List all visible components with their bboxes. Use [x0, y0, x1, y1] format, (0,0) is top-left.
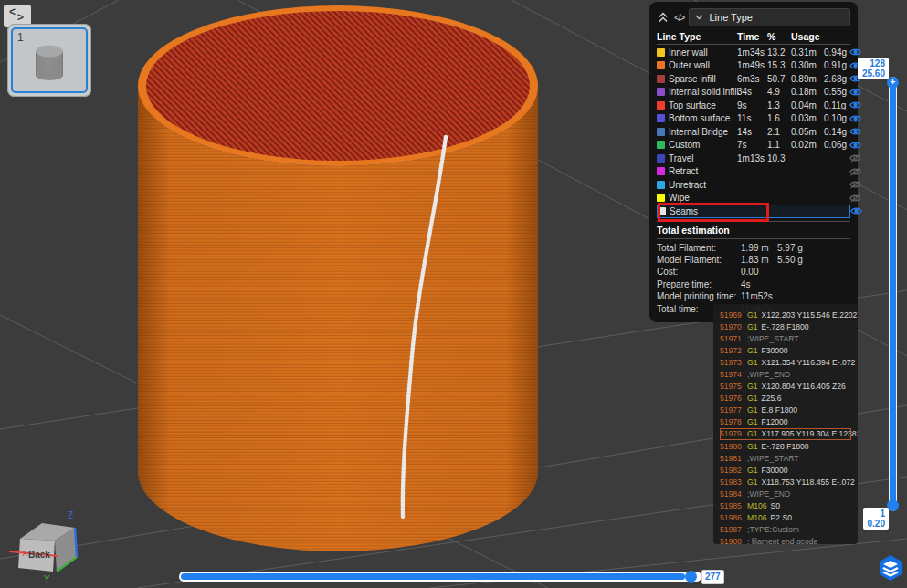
gcode-line[interactable]: 51982G1F30000 — [720, 464, 851, 476]
line-type-label: Custom — [669, 140, 737, 150]
chevron-down-icon — [695, 15, 703, 20]
eye-hidden-icon[interactable] — [849, 153, 861, 163]
eye-hidden-icon[interactable] — [849, 180, 861, 189]
legend-row-internal-bridge[interactable]: Internal Bridge14s2.10.05m0.14g — [657, 125, 850, 139]
eye-visible-icon[interactable] — [849, 206, 862, 215]
legend-row-retract[interactable]: Retract — [657, 165, 850, 179]
gcode-line[interactable]: 51980G1E-.728 F1800 — [720, 440, 851, 452]
move-slider-handle[interactable] — [685, 571, 697, 583]
orientation-gizmo-cube[interactable]: X Back Z Y — [7, 504, 90, 588]
gcode-line[interactable]: 51978G1F12000 — [720, 416, 851, 428]
collapse-panel-button[interactable] — [657, 11, 670, 24]
gcode-line-number: 51975 — [720, 382, 744, 391]
gcode-line[interactable]: 51970G1E-.728 F1800 — [720, 320, 851, 332]
gcode-line[interactable]: 51977G1E.8 F1800 — [720, 404, 851, 416]
gcode-window-toggle-button[interactable]: </> — [674, 13, 684, 23]
layer-slider-track[interactable] — [889, 77, 897, 511]
legend-row-wipe[interactable]: Wipe — [657, 192, 850, 205]
gcode-line[interactable]: 51976G1Z25.6 — [720, 393, 851, 404]
legend-row-travel[interactable]: Travel1m13s10.3 — [657, 152, 850, 165]
estimation-row: Prepare time:4s — [657, 278, 850, 290]
gcode-line[interactable]: 51988; filament end gcode — [720, 536, 851, 544]
preview-viewport[interactable]: < > 1 </> — [0, 0, 907, 588]
line-type-color-swatch — [657, 167, 665, 175]
length-value: 0.31m — [791, 47, 824, 58]
plus-icon: + — [891, 77, 896, 87]
length-value: 0.89m — [791, 74, 824, 84]
gcode-line[interactable]: 51974;WIPE_END — [720, 368, 851, 380]
legend-row-sparse-infill[interactable]: Sparse infill6m3s50.70.89m2.68g — [657, 72, 850, 86]
eye-hidden-icon[interactable] — [849, 194, 861, 203]
line-type-label: Inner wall — [669, 47, 737, 58]
gcode-viewer-panel[interactable]: 51969G1X122.203 Y115.546 E.2202751970G1E… — [713, 304, 858, 544]
eye-visible-icon[interactable] — [849, 47, 861, 57]
gcode-comment: ;WIPE_START — [747, 334, 799, 343]
gcode-args: E.8 F1800 — [761, 405, 797, 415]
bottom-layer-height: 0.20 — [867, 519, 885, 529]
line-type-label: Outer wall — [669, 60, 737, 70]
gcode-line-number: 51984 — [720, 489, 744, 499]
line-type-label: Bottom surface — [669, 113, 737, 123]
length-value: 0.04m — [791, 100, 824, 110]
gcode-line-number: 51983 — [720, 478, 744, 487]
gcode-line[interactable]: 51973G1X121.354 Y116.394 E-.072 — [720, 356, 851, 368]
line-type-color-swatch — [657, 114, 665, 122]
eye-visible-icon[interactable] — [849, 88, 861, 97]
gcode-line[interactable]: 51984;WIPE_END — [720, 488, 851, 499]
time-value: 14s — [737, 127, 767, 137]
estimation-label: Model Filament: — [657, 255, 741, 265]
gcode-line[interactable]: 51972G1F30000 — [720, 344, 851, 356]
gcode-args: X118.753 Y118.455 E-.072 — [761, 478, 854, 487]
legend-row-bottom-surface[interactable]: Bottom surface11s1.60.03m0.10g — [657, 112, 850, 126]
total-estimation-title: Total estimation — [657, 221, 850, 239]
estimation-value-1: 11m52s — [741, 291, 777, 301]
estimation-value-2: 5.97 g — [777, 243, 850, 253]
move-slider-value: 277 — [701, 570, 724, 584]
gcode-line-number: 51977 — [720, 405, 744, 415]
weight-value: 0.11g — [824, 100, 849, 110]
eye-visible-icon[interactable] — [849, 100, 861, 110]
preview-layers-button[interactable] — [876, 553, 905, 583]
estimation-row: Model printing time:11m52s — [657, 290, 850, 302]
gcode-command: G1 — [747, 322, 757, 331]
legend-row-internal-solid-infill[interactable]: Internal solid infill34s4.90.18m0.55g — [657, 86, 850, 100]
gcode-line[interactable]: 51987;TYPE:Custom — [720, 524, 851, 536]
time-value: 34s — [737, 87, 767, 97]
gcode-command: G1 — [747, 358, 757, 367]
line-type-label: Sparse infill — [669, 74, 737, 84]
legend-row-custom[interactable]: Custom7s1.10.02m0.06g — [657, 139, 850, 152]
move-slider-track[interactable] — [179, 572, 701, 582]
estimation-row: Model Filament:1.83 m5.50 g — [657, 254, 850, 266]
eye-hidden-icon[interactable] — [849, 167, 861, 176]
legend-row-inner-wall[interactable]: Inner wall1m34s13.20.31m0.94g — [657, 46, 850, 59]
line-type-color-swatch — [657, 88, 665, 96]
gcode-line-highlighted[interactable]: 51979G1X117.905 Y119.304 E.12382 — [720, 428, 851, 440]
gcode-command: G1 — [747, 417, 757, 426]
gcode-args: F30000 — [761, 466, 787, 475]
gcode-line[interactable]: 51981;WIPE_START — [720, 452, 851, 464]
legend-row-top-surface[interactable]: Top surface9s1.30.04m0.11g — [657, 99, 850, 112]
legend-row-seams[interactable]: Seams — [657, 205, 850, 218]
estimation-value-2: 5.50 g — [777, 255, 850, 265]
line-type-label: Seams — [670, 206, 738, 216]
gcode-line[interactable]: 51983G1X118.753 Y118.455 E-.072 — [720, 476, 851, 488]
gcode-line[interactable]: 51975G1X120.804 Y116.405 Z26 — [720, 381, 851, 393]
gcode-line[interactable]: 51969G1X122.203 Y115.546 E.22027 — [720, 309, 851, 320]
gcode-line[interactable]: 51971;WIPE_START — [720, 332, 851, 344]
gcode-args: X120.804 Y116.405 Z26 — [761, 382, 845, 391]
percent-value: 10.3 — [767, 153, 791, 163]
gcode-args: E-.728 F1800 — [761, 442, 808, 451]
gcode-model-cylinder[interactable] — [138, 5, 538, 551]
view-mode-dropdown[interactable]: Line Type — [689, 8, 850, 26]
layer-slider-top-handle[interactable]: + — [887, 77, 899, 89]
gcode-line[interactable]: 51986M106P2 S0 — [720, 512, 851, 524]
gcode-line[interactable]: 51985M106S0 — [720, 500, 851, 512]
eye-visible-icon[interactable] — [849, 114, 861, 123]
legend-row-outer-wall[interactable]: Outer wall1m49s15.30.30m0.91g — [657, 59, 850, 73]
eye-visible-icon[interactable] — [849, 127, 861, 136]
plate-1-thumbnail[interactable]: 1 — [7, 24, 91, 97]
eye-visible-icon[interactable] — [849, 141, 861, 150]
legend-table-header: Line Type Time % Usage — [657, 28, 850, 45]
weight-value: 0.14g — [824, 127, 849, 137]
legend-row-unretract[interactable]: Unretract — [657, 178, 850, 192]
